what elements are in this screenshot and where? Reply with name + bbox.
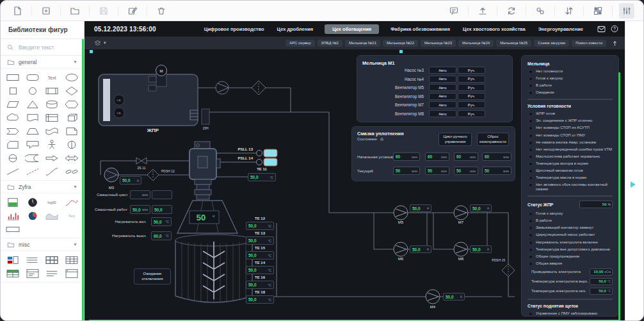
status-field-value[interactable]: 50,0°С [590, 278, 613, 285]
manual-button[interactable]: Руч. [458, 76, 485, 83]
tab-1[interactable]: Цифровое производство [203, 24, 266, 34]
lube-setpoint-field[interactable]: 50мин [425, 167, 449, 175]
shape-pie-chart[interactable] [23, 209, 43, 222]
subtab-5[interactable]: Мельница №23 [421, 40, 456, 47]
shape-step[interactable] [3, 124, 23, 138]
subtab-4[interactable]: Мельница №22 [383, 40, 418, 47]
heater-on-field[interactable]: 50,0°С [151, 217, 172, 226]
manual-button[interactable]: Руч. [458, 93, 485, 100]
m3-current-field[interactable]: 50,0А [120, 176, 141, 185]
shape-parallelogram[interactable] [3, 97, 23, 111]
pump-current-field[interactable]: 50,0А [443, 293, 465, 300]
shape-actor[interactable] [42, 138, 62, 151]
shape-cube[interactable] [62, 111, 82, 124]
pump-М7[interactable]: М7 [454, 206, 468, 224]
zhpr-percent-field[interactable]: 50% [579, 201, 613, 208]
shape-table-bold[interactable] [42, 253, 62, 267]
shape-circle[interactable] [23, 84, 43, 97]
tab-4[interactable]: Фабрика обезвоживания [389, 24, 451, 34]
shape-panel-rect[interactable] [3, 222, 23, 236]
shape-list[interactable] [23, 253, 43, 267]
shape-tape[interactable] [42, 124, 62, 138]
auto-button[interactable]: Авто [429, 84, 456, 91]
tab-3[interactable]: Цех обогащения [325, 24, 379, 34]
subtab-1[interactable]: АРС сервер [286, 40, 314, 47]
layout-grid-icon[interactable] [590, 3, 606, 19]
layers-icon[interactable] [94, 40, 101, 46]
valve-diamond-top[interactable] [252, 81, 266, 95]
shape-triangle[interactable] [23, 97, 43, 111]
lube-setpoint-field[interactable]: 60мин [482, 152, 511, 161]
te-field[interactable]: 50,0°С [246, 222, 274, 230]
shape-document[interactable] [23, 111, 43, 124]
mill[interactable]: 50 кг [175, 142, 252, 302]
save-icon[interactable] [96, 3, 111, 19]
shape-histogram[interactable] [3, 209, 23, 222]
pump-М8[interactable]: М8 [454, 242, 468, 261]
shape-gauge[interactable] [23, 195, 43, 209]
subtab-8[interactable]: Схема загрузки [534, 40, 569, 47]
subtab-7[interactable]: Мельница №25 [496, 40, 531, 47]
shape-note[interactable] [62, 124, 82, 138]
manual-button[interactable]: Руч. [458, 101, 485, 108]
edit-diagram-icon[interactable] [125, 3, 140, 19]
mail-icon[interactable] [597, 26, 606, 33]
pump-current-field[interactable]: 50,0А [470, 245, 492, 253]
manual-button[interactable]: Руч. [458, 84, 485, 91]
shape-or[interactable] [62, 138, 82, 151]
pump-current-field[interactable]: 50,0А [410, 204, 431, 212]
subtab-6[interactable]: Мельница №24 [458, 40, 494, 47]
shape-curve[interactable] [42, 165, 62, 178]
canvas-green-scrollbar-v[interactable] [618, 72, 620, 321]
shape-card[interactable] [3, 138, 23, 151]
te-field[interactable]: 50,0°С [246, 295, 274, 304]
auto-button[interactable]: Авто [429, 93, 456, 100]
shape-section-misc[interactable]: misc▼ [1, 238, 84, 251]
shape-cloud[interactable] [3, 111, 23, 124]
psll-14[interactable]: PSLL 14 [237, 156, 277, 166]
shape-arrow-left-right[interactable] [62, 151, 82, 165]
share-icon[interactable] [533, 3, 548, 19]
pump-current-field[interactable]: 50,0А [470, 204, 492, 212]
shape-rounded-rectangle[interactable] [23, 70, 43, 84]
lube-cycle-field-1[interactable]: мин [130, 190, 150, 199]
shape-ui-mockup[interactable] [3, 253, 23, 267]
scada-canvas[interactable]: М LSL LSL 15H ЖПР [89, 49, 620, 321]
lube-work-field-1[interactable]: 50,0мин [130, 205, 150, 214]
shape-area-chart[interactable] [42, 209, 62, 222]
tab-2[interactable]: Цех дробления [276, 24, 315, 34]
shape-data-storage[interactable] [23, 151, 43, 165]
shape-arrow-right[interactable] [42, 151, 62, 165]
publish-icon[interactable] [475, 3, 490, 19]
help-icon[interactable] [611, 25, 618, 33]
shape-square[interactable] [3, 84, 23, 97]
level-up-icon[interactable] [611, 40, 618, 47]
comment-icon[interactable] [446, 3, 462, 19]
tank-zhpr[interactable]: М LSL LSL 15H ЖПР [99, 65, 209, 134]
tab-6[interactable]: Энергоуправление [537, 24, 584, 34]
te-field[interactable]: 50,0°С [246, 266, 274, 274]
manual-cycle-button[interactable]: Цикл ручного управления [439, 133, 472, 146]
shape-line[interactable] [3, 165, 23, 178]
auto-button[interactable]: Авто [429, 101, 456, 108]
insert-image-icon[interactable] [38, 3, 54, 19]
auto-button[interactable]: Авто [429, 76, 456, 83]
lube-work-field-2[interactable]: 50,0 [152, 205, 172, 214]
lube-setpoint-field[interactable]: 50мин [454, 167, 478, 175]
shape-internal-storage[interactable] [42, 111, 62, 124]
manual-button[interactable]: Руч. [458, 67, 485, 74]
pump-М5[interactable]: М5 [394, 206, 408, 224]
pump-М6[interactable]: М6 [394, 242, 408, 261]
shape-hexagon[interactable] [62, 97, 82, 111]
wait-shutdown-button[interactable]: Ожиданиеотключения [134, 268, 171, 284]
open-folder-icon[interactable] [67, 3, 83, 19]
lube-setpoint-field[interactable]: 60мин [425, 152, 449, 161]
shape-process[interactable] [42, 84, 62, 97]
te-field[interactable]: 50,0°С [246, 281, 274, 289]
shape-rectangle[interactable] [3, 70, 23, 84]
valve-zs11[interactable]: ZS 11 [136, 158, 147, 170]
shape-ellipse[interactable] [62, 70, 82, 84]
lube-setpoint-field[interactable]: 60мин [454, 152, 478, 161]
shape-trapezoid[interactable] [23, 124, 43, 138]
pump-top[interactable] [216, 81, 229, 94]
